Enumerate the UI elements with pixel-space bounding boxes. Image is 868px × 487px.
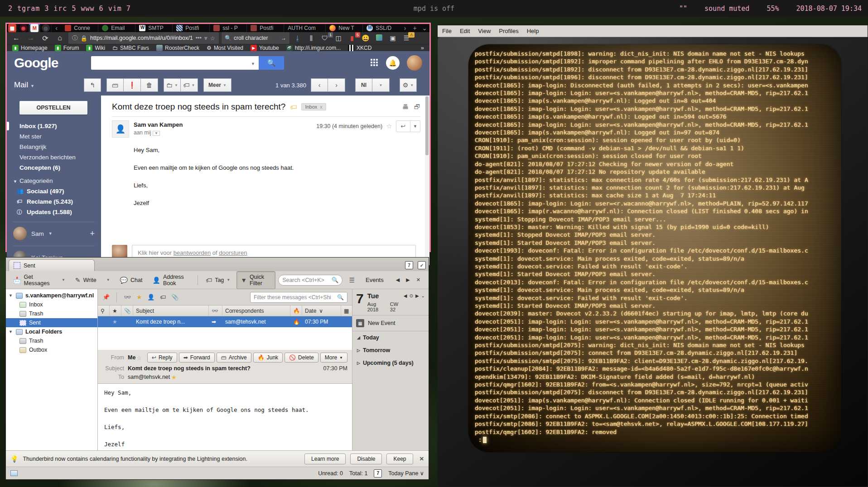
quick-filter-button[interactable]: ▼Quick Filter xyxy=(236,271,275,289)
bookmark-forum[interactable]: ▮Forum xyxy=(55,45,79,51)
language-button[interactable]: Nl xyxy=(355,78,372,92)
tab-sent-folder[interactable]: Sent xyxy=(9,259,95,271)
tab-email[interactable]: Email xyxy=(98,24,135,32)
collapse-icon[interactable]: ⌄ xyxy=(421,293,425,298)
column-picker-icon[interactable]: ▦ xyxy=(341,306,352,316)
tab-ssl-decoder[interactable]: MSSL/D xyxy=(363,24,400,32)
page-actions-icon[interactable]: ••• xyxy=(196,35,202,41)
chat-self-row[interactable]: Sam ▼ + xyxy=(7,222,101,241)
menu-edit[interactable]: Edit xyxy=(460,28,470,34)
bookmark-youtube[interactable]: ▶Youtube xyxy=(251,45,279,51)
new-tab-button[interactable]: + xyxy=(410,24,420,32)
events-back-icon[interactable]: ◀ xyxy=(396,277,400,283)
language-caret-button[interactable]: ▼ xyxy=(372,78,390,92)
window-icon[interactable] xyxy=(10,470,18,476)
labels-button[interactable]: 🏷▼ xyxy=(181,78,198,92)
tab-postfix-2[interactable]: Postfi xyxy=(247,24,284,32)
search-go-icon[interactable]: → xyxy=(281,35,286,41)
bookmark-roostercheck[interactable]: RoosterCheck xyxy=(156,45,199,51)
pinned-tab-1[interactable]: ▦ xyxy=(7,24,18,32)
forward-button[interactable]: ➡Forward xyxy=(179,353,215,363)
scroll-tabs-left-button[interactable]: ‹ xyxy=(52,24,62,32)
menu-icon[interactable]: ☰⚠ xyxy=(401,34,412,42)
contact-filter-icon[interactable]: 👤 xyxy=(147,294,154,301)
google-apps-icon[interactable] xyxy=(371,59,379,67)
local-folders-root[interactable]: ▼Local Folders xyxy=(6,327,97,336)
bookmark-most-visited[interactable]: ⚙Most Visited xyxy=(207,45,243,51)
delete-button[interactable]: 🚫Delete xyxy=(285,353,318,363)
thread-column[interactable]: ⚲ xyxy=(98,306,110,316)
starred-filter-icon[interactable]: ★ xyxy=(136,294,142,301)
mail-selector[interactable]: Mail ▼ xyxy=(14,81,84,90)
scrollbar[interactable] xyxy=(425,95,429,265)
sender-name[interactable]: Sam van Kampen xyxy=(134,120,183,128)
reply-icon[interactable]: ↩ xyxy=(396,121,410,132)
account-root[interactable]: ▼s.vankampen@harrywf.nl xyxy=(6,291,97,300)
url-bar[interactable]: ⓘ 🔒 https://mail.google.com/mail/u/0/#in… xyxy=(68,32,219,44)
pocket-icon[interactable]: ⩔ xyxy=(204,35,207,42)
correspondents-column[interactable]: Correspondents xyxy=(222,306,290,316)
sidebar-item-promotions[interactable]: 🏷Reclame (5.243) xyxy=(7,196,101,207)
folder-inbox[interactable]: Inbox xyxy=(6,300,97,309)
folder-trash[interactable]: Trash xyxy=(6,309,97,318)
junk-column[interactable]: 🔥 xyxy=(290,306,302,316)
url-text[interactable]: https://mail.google.com/mail/u/0/#inbox/… xyxy=(90,35,193,41)
unread-filter-icon[interactable]: 👓 xyxy=(124,294,131,301)
recipient-row[interactable]: aan mij ▼ xyxy=(134,129,183,136)
forward-link[interactable]: doorsturen xyxy=(219,249,247,256)
tab-smtp[interactable]: WSMTP xyxy=(135,24,173,32)
remove-label-icon[interactable]: x xyxy=(320,104,323,110)
junk-flame-icon[interactable]: 🔥 xyxy=(290,319,302,325)
print-icon[interactable]: 🖶 xyxy=(402,103,409,110)
app-menu-button[interactable]: ☰ xyxy=(345,274,358,286)
bookmark-xkcd[interactable]: XKCD xyxy=(348,45,371,51)
section-upcoming[interactable]: ▷Upcoming (5 days) xyxy=(352,357,429,369)
junk-button[interactable]: 🔥Junk xyxy=(253,353,283,363)
close-notification-icon[interactable]: ✕ xyxy=(420,455,424,462)
downloads-icon[interactable]: ⭳ xyxy=(292,34,303,42)
terminal-screen[interactable]: postfix/submission/smtpd[1898]: warning:… xyxy=(468,44,841,452)
tag-button[interactable]: 🏷Tag▼ xyxy=(202,274,234,286)
bookmark-imgur[interactable]: 🗗http://i.imgur.com... xyxy=(286,45,341,51)
filter-messages-field[interactable]: Filter these messages <Ctrl+Shi🔍 xyxy=(250,292,347,303)
attachment-filter-icon[interactable]: 📎 xyxy=(171,294,178,301)
star-icon[interactable]: ★ xyxy=(110,319,121,325)
tab-postfix-1[interactable]: Postfi xyxy=(173,24,210,32)
today-icon[interactable]: ⊙ xyxy=(410,293,413,298)
attachment-column[interactable]: 📎 xyxy=(121,306,133,316)
compose-button[interactable]: OPSTELLEN xyxy=(19,101,87,115)
star-icon[interactable]: ☆ xyxy=(386,122,392,130)
search-bar[interactable]: 🔍 croll character → xyxy=(222,32,289,44)
reply-button[interactable]: ↩Reply xyxy=(147,353,177,363)
delete-button[interactable]: 🗑 xyxy=(141,78,158,92)
menu-help[interactable]: Help xyxy=(527,28,539,34)
menu-profiles[interactable]: Profiles xyxy=(499,28,518,34)
sidebar-item-inbox[interactable]: Inbox (1.927) xyxy=(7,121,101,131)
older-button[interactable]: › xyxy=(328,78,345,92)
get-messages-button[interactable]: 📩Get Messages xyxy=(10,272,55,289)
today-pane-toggle[interactable]: Today Pane ∨ xyxy=(388,470,424,477)
edit-extension-icon[interactable]: ▣ xyxy=(387,34,398,42)
sidebar-item-social[interactable]: 👥Sociaal (497) xyxy=(7,186,101,196)
tag-filter-icon[interactable]: 🏷 xyxy=(160,294,166,301)
page-info-icon[interactable]: ⓘ xyxy=(72,34,78,42)
extension-icon-red[interactable]: ▮5 xyxy=(347,34,357,42)
sidebar-item-drafts[interactable]: Concepten (6) xyxy=(7,162,101,173)
read-column[interactable]: 👓 xyxy=(209,306,222,316)
account-avatar[interactable] xyxy=(407,55,422,71)
reply-link[interactable]: beantwoorden xyxy=(174,249,211,256)
notifications-bell-icon[interactable]: 🔔 xyxy=(386,56,400,70)
disable-button[interactable]: Disable xyxy=(350,454,382,464)
archive-button[interactable]: 🗃Archive xyxy=(217,353,251,363)
calendar-tab-icon[interactable]: 7 xyxy=(405,261,413,269)
sidebar-item-important[interactable]: Belangrijk xyxy=(7,142,101,152)
section-today[interactable]: ◢Today xyxy=(352,331,429,344)
sticky-pin-icon[interactable]: 📌 xyxy=(102,294,110,301)
emoji-extension-icon[interactable]: 😀 xyxy=(360,34,371,42)
move-to-button[interactable]: 🗀▼ xyxy=(164,78,181,92)
home-button[interactable]: ⌂ xyxy=(54,34,66,42)
bookmarks-overflow-icon[interactable]: » xyxy=(421,44,424,51)
forward-button[interactable]: → xyxy=(25,34,37,42)
bookmark-folder-smbc[interactable]: 🗀SMBC Favs xyxy=(112,45,149,51)
open-in-new-icon[interactable]: 🗗 xyxy=(414,103,420,110)
